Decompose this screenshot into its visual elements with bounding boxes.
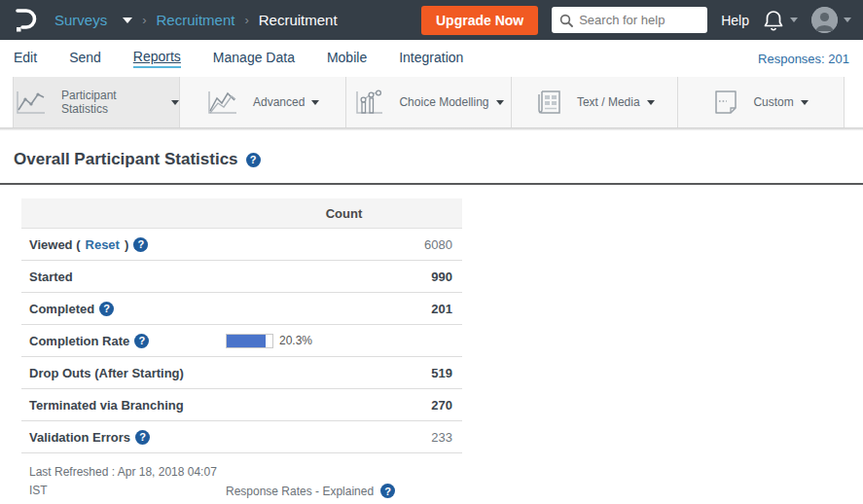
row-label: Completion Rate xyxy=(29,334,129,348)
toolbar-participant-statistics[interactable]: Participant Statistics xyxy=(13,77,180,127)
bubble-chart-icon xyxy=(353,90,384,116)
questionpro-logo-icon[interactable] xyxy=(12,6,41,35)
tab-manage-data[interactable]: Manage Data xyxy=(213,50,295,67)
tab-edit[interactable]: Edit xyxy=(14,50,37,67)
toolbar-label: Text / Media xyxy=(577,95,640,109)
row-label: Completed xyxy=(29,302,94,316)
toolbar-advanced[interactable]: Advanced xyxy=(180,77,346,127)
breadcrumb-current-survey: Recruitment xyxy=(259,12,338,28)
row-value: 990 xyxy=(226,270,462,284)
topbar: Surveys › Recruitment › Recruitment Upgr… xyxy=(0,0,863,40)
help-icon[interactable] xyxy=(133,237,148,252)
table-row-drop-outs: Drop Outs (After Starting) 519 xyxy=(21,357,462,389)
bell-icon xyxy=(763,9,784,32)
upgrade-now-button[interactable]: Upgrade Now xyxy=(421,6,538,35)
table-header-row: Count xyxy=(21,198,462,229)
breadcrumb-surveys[interactable]: Surveys xyxy=(54,12,107,28)
newspaper-icon xyxy=(535,89,562,116)
custom-page-icon xyxy=(713,89,738,116)
reset-link[interactable]: Reset xyxy=(86,237,120,252)
breadcrumb-separator: › xyxy=(244,13,248,27)
row-value: 6080 xyxy=(226,237,462,252)
chevron-down-icon xyxy=(496,100,504,105)
trend-chart-icon xyxy=(205,90,238,116)
notifications-button[interactable] xyxy=(763,9,798,32)
row-value: 233 xyxy=(226,430,462,445)
table-row-started: Started 990 xyxy=(21,261,462,293)
row-value: 270 xyxy=(226,398,462,413)
chevron-down-icon xyxy=(647,100,655,105)
row-label: Terminated via Branching xyxy=(29,398,184,413)
toolbar-choice-modelling[interactable]: Choice Modelling xyxy=(346,77,513,127)
responses-count[interactable]: Responses: 201 xyxy=(758,52,849,66)
row-label: Drop Outs (After Starting) xyxy=(29,366,184,380)
help-icon[interactable] xyxy=(380,484,395,498)
chevron-down-icon[interactable] xyxy=(123,18,132,23)
breadcrumb: Surveys › Recruitment › Recruitment xyxy=(54,12,338,28)
help-icon[interactable] xyxy=(99,302,114,316)
completion-rate-bar xyxy=(226,334,273,348)
row-value: 519 xyxy=(226,366,462,380)
survey-menu: Edit Send Reports Manage Data Mobile Int… xyxy=(0,40,863,77)
help-icon[interactable] xyxy=(135,430,150,445)
line-chart-icon xyxy=(14,90,47,116)
row-label: Viewed ( xyxy=(29,237,81,252)
divider xyxy=(0,183,863,185)
help-search-box[interactable] xyxy=(552,7,707,33)
table-row-completion-rate: Completion Rate 20.3% xyxy=(21,325,462,357)
last-refreshed-text: Last Refreshed : Apr 18, 2018 04:07 IST xyxy=(29,465,217,497)
help-icon[interactable] xyxy=(246,153,261,167)
tab-send[interactable]: Send xyxy=(69,50,101,67)
toolbar-label: Advanced xyxy=(253,95,305,109)
response-rates-explained-text: Response Rates - Explained xyxy=(226,485,374,498)
toolbar-label: Choice Modelling xyxy=(399,95,488,109)
toolbar-label: Participant Statistics xyxy=(61,89,164,116)
chevron-down-icon xyxy=(790,18,798,22)
search-input[interactable] xyxy=(579,13,694,27)
report-content: Overall Participant Statistics Count Vie… xyxy=(0,130,863,504)
toolbar-text-media[interactable]: Text / Media xyxy=(512,77,678,127)
row-value: 201 xyxy=(226,302,462,316)
row-label-suffix: ) xyxy=(125,237,128,252)
tab-integration[interactable]: Integration xyxy=(399,50,463,67)
completion-rate-percent: 20.3% xyxy=(279,334,312,347)
table-row-viewed: Viewed ( Reset ) 6080 xyxy=(21,229,462,261)
page-title: Overall Participant Statistics xyxy=(14,150,238,169)
chevron-down-icon xyxy=(801,100,809,105)
row-label: Validation Errors xyxy=(29,430,130,445)
table-row-validation-errors: Validation Errors 233 xyxy=(21,421,462,453)
table-row-completed: Completed 201 xyxy=(21,293,462,325)
breadcrumb-separator: › xyxy=(142,13,146,27)
reports-toolbar: Participant Statistics Advanced xyxy=(0,77,863,127)
tab-mobile[interactable]: Mobile xyxy=(327,50,367,67)
row-label: Started xyxy=(29,270,73,284)
table-row-terminated: Terminated via Branching 270 xyxy=(21,389,462,421)
search-icon xyxy=(559,14,573,27)
table-footer: Last Refreshed : Apr 18, 2018 04:07 IST … xyxy=(29,463,863,504)
avatar xyxy=(811,7,838,33)
tab-reports[interactable]: Reports xyxy=(133,49,181,68)
count-column-header: Count xyxy=(226,206,462,221)
account-menu-button[interactable] xyxy=(811,7,851,33)
chevron-down-icon xyxy=(844,18,851,22)
toolbar-custom[interactable]: Custom xyxy=(678,77,845,127)
completion-rate-bar-fill xyxy=(227,335,266,347)
help-link[interactable]: Help xyxy=(721,13,749,28)
chevron-down-icon xyxy=(171,100,179,105)
toolbar-label: Custom xyxy=(753,95,793,109)
participant-statistics-table: Count Viewed ( Reset ) 6080 Started 990 … xyxy=(21,198,462,453)
chevron-down-icon xyxy=(311,100,319,105)
breadcrumb-folder[interactable]: Recruitment xyxy=(157,12,235,28)
help-icon[interactable] xyxy=(134,334,149,348)
